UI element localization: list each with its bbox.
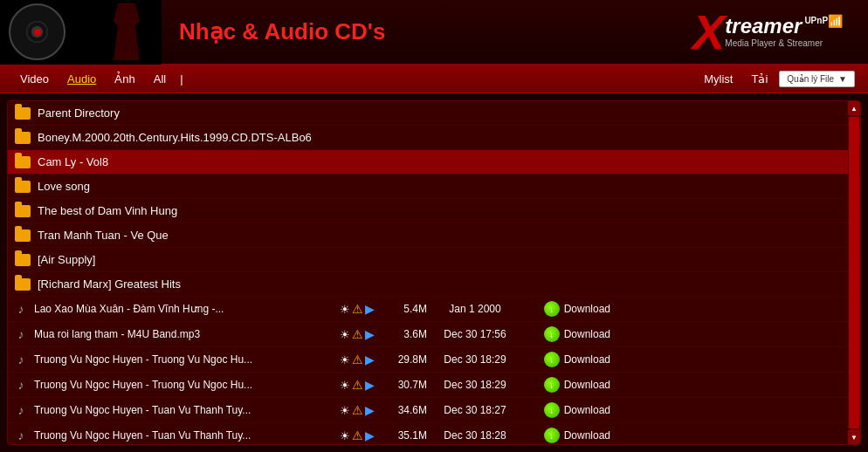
folder-icon (15, 107, 31, 120)
folder-name: Parent Directory (38, 106, 120, 120)
sun-icon: ☀ (340, 353, 350, 366)
file-row-5[interactable]: ♪ Truong Vu Ngoc Huyen - Tuan Vu Thanh T… (8, 423, 848, 444)
download-icon: ↓ (544, 352, 560, 367)
brand-treamer: treamer (725, 14, 802, 38)
download-button-3[interactable]: ↓ Download (523, 377, 610, 393)
play-icon: ▶ (365, 428, 375, 442)
brand-logo: X treamer UPnP 📶 Media Player & Streamer (692, 8, 843, 57)
folder-airsupply[interactable]: [Air Supply] (8, 248, 848, 272)
nav-quanly-label: Quản lý File (787, 74, 834, 84)
file-size: 34.6M (383, 404, 427, 416)
file-row-0[interactable]: ♪ Lao Xao Mùa Xuân - Đàm Vĩnh Hưng -... … (8, 297, 848, 322)
logo-area (0, 0, 162, 65)
scroll-up-button[interactable]: ▲ (848, 101, 860, 115)
file-name: Truong Vu Ngoc Huyen - Tuan Vu Thanh Tuy… (34, 429, 331, 442)
download-button-1[interactable]: ↓ Download (523, 326, 610, 342)
file-list[interactable]: Parent Directory Boney.M.2000.20th.Centu… (8, 101, 848, 444)
nav-sep: | (177, 72, 185, 86)
file-row-4[interactable]: ♪ Truong Vu Ngoc Huyen - Tuan Vu Thanh T… (8, 398, 848, 423)
download-label: Download (564, 303, 610, 315)
nav-audio[interactable]: Audio (60, 69, 103, 89)
folder-name: [Air Supply] (38, 253, 95, 266)
play-icon: ▶ (365, 353, 375, 366)
file-row-1[interactable]: ♪ Mua roi lang tham - M4U Band.mp3 ☀ ⚠ ▶… (8, 322, 848, 347)
warning-icon: ⚠ (352, 302, 363, 316)
file-type-icons: ☀ ⚠ ▶ (340, 403, 375, 417)
header: Nhạc & Audio CD's X treamer UPnP 📶 Media… (0, 0, 868, 65)
download-icon: ↓ (544, 377, 560, 393)
sun-icon: ☀ (340, 404, 350, 417)
nav-quanly-dropdown[interactable]: Quản lý File ▼ (779, 71, 855, 87)
folder-camly[interactable]: Cam Ly - Vol8 (8, 150, 848, 175)
file-type-icons: ☀ ⚠ ▶ (340, 327, 375, 341)
download-button-4[interactable]: ↓ Download (523, 402, 610, 418)
file-size: 35.1M (383, 429, 427, 442)
warning-icon: ⚠ (352, 428, 363, 442)
folder-name: Cam Ly - Vol8 (38, 155, 108, 168)
wifi-icon: 📶 (828, 14, 843, 28)
scrollbar[interactable]: ▲ ▼ (848, 101, 860, 444)
silhouette-icon (105, 3, 148, 60)
folder-tran[interactable]: Tran Manh Tuan - Ve Que (8, 223, 848, 248)
brand-top-row: treamer UPnP 📶 (725, 14, 843, 38)
music-note-icon: ♪ (15, 303, 27, 315)
download-button-2[interactable]: ↓ Download (523, 352, 610, 367)
folder-icon (15, 181, 31, 193)
scroll-down-button[interactable]: ▼ (848, 430, 860, 444)
music-note-icon: ♪ (15, 429, 27, 442)
download-label: Download (564, 353, 610, 366)
sun-icon: ☀ (340, 303, 350, 316)
download-button-5[interactable]: ↓ Download (523, 428, 610, 443)
file-size: 5.4M (383, 303, 427, 315)
play-icon: ▶ (365, 327, 375, 341)
nav-photo[interactable]: Ảnh (107, 69, 141, 89)
music-note-icon: ♪ (15, 328, 27, 340)
file-date: Dec 30 18:28 (427, 429, 523, 442)
file-name: Lao Xao Mùa Xuân - Đàm Vĩnh Hưng -... (34, 303, 331, 315)
site-title: Nhạc & Audio CD's (179, 18, 676, 45)
nav-all[interactable]: All (147, 69, 173, 89)
warning-icon: ⚠ (352, 353, 363, 366)
brand-right: treamer UPnP 📶 Media Player & Streamer (725, 14, 843, 50)
download-label: Download (564, 429, 610, 442)
download-icon: ↓ (544, 428, 560, 443)
file-row-2[interactable]: ♪ Truong Vu Ngoc Huyen - Truong Vu Ngoc … (8, 347, 848, 373)
brand-x: X (692, 8, 725, 57)
folder-richardmarx[interactable]: [Richard Marx] Greatest Hits (8, 272, 848, 297)
file-type-icons: ☀ ⚠ ▶ (340, 378, 375, 392)
file-name: Truong Vu Ngoc Huyen - Truong Vu Ngoc Hu… (34, 379, 331, 391)
download-label: Download (564, 404, 610, 416)
file-date: Dec 30 18:27 (427, 404, 523, 416)
folder-boney[interactable]: Boney.M.2000.20th.Century.Hits.1999.CD.D… (8, 126, 848, 150)
play-icon: ▶ (365, 403, 375, 417)
download-button-0[interactable]: ↓ Download (523, 301, 610, 317)
folder-damvinh[interactable]: The best of Dam Vinh Hung (8, 199, 848, 223)
file-size: 3.6M (383, 328, 427, 340)
file-date: Dec 30 18:29 (427, 379, 523, 391)
file-size: 29.8M (383, 353, 427, 366)
brand-area: X treamer UPnP 📶 Media Player & Streamer (676, 8, 868, 57)
folder-name: Love song (38, 180, 90, 193)
play-icon: ▶ (365, 302, 375, 316)
file-row-3[interactable]: ♪ Truong Vu Ngoc Huyen - Truong Vu Ngoc … (8, 373, 848, 398)
folder-icon (15, 278, 31, 291)
download-icon: ↓ (544, 301, 560, 317)
nav-tai[interactable]: Tải (744, 69, 775, 89)
nav-mylist[interactable]: Mylist (697, 69, 740, 89)
header-title: Nhạc & Audio CD's (162, 18, 676, 45)
folder-name: Tran Manh Tuan - Ve Que (38, 229, 169, 242)
navbar: Video Audio Ảnh All | Mylist Tải Quản lý… (0, 65, 868, 93)
play-icon: ▶ (365, 378, 375, 392)
download-icon: ↓ (544, 402, 560, 418)
nav-video[interactable]: Video (13, 69, 56, 89)
main-content: Parent Directory Boney.M.2000.20th.Centu… (7, 100, 861, 445)
folder-parent[interactable]: Parent Directory (8, 101, 848, 126)
warning-icon: ⚠ (352, 327, 363, 341)
file-size: 30.7M (383, 379, 427, 391)
vinyl-icon (9, 3, 65, 60)
file-type-icons: ☀ ⚠ ▶ (340, 428, 375, 442)
music-note-icon: ♪ (15, 404, 27, 416)
file-date: Jan 1 2000 (427, 303, 523, 315)
folder-lovesong[interactable]: Love song (8, 175, 848, 199)
scroll-thumb[interactable] (849, 117, 859, 428)
